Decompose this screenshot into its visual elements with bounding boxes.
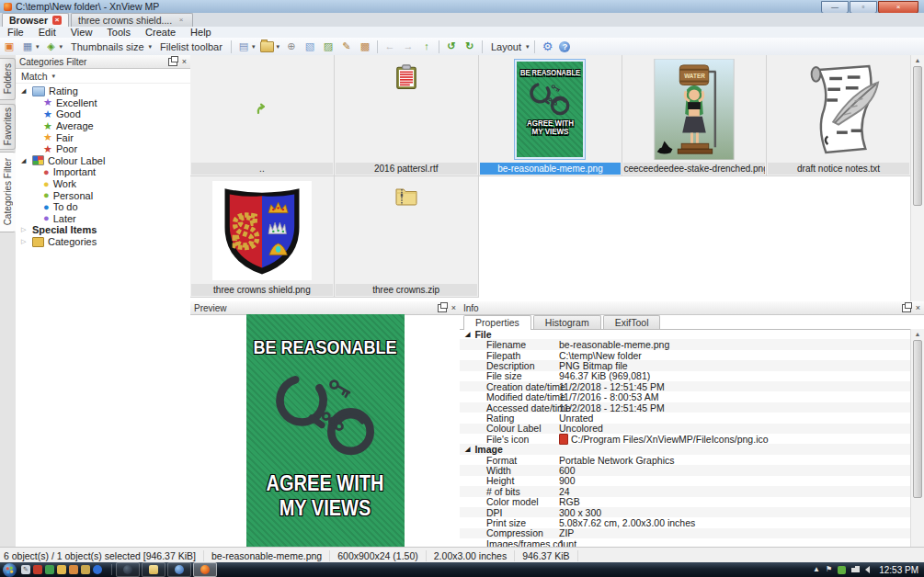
section-file[interactable]: ◢File <box>460 329 911 339</box>
scrollbar-thumb[interactable] <box>913 340 922 498</box>
property-row: Print size5.08x7.62 cm, 2.00x3.00 inches <box>460 517 911 527</box>
menu-help[interactable]: Help <box>183 27 219 38</box>
menu-view[interactable]: View <box>63 27 100 38</box>
scroll-up-icon[interactable]: ▲ <box>911 55 924 66</box>
menu-edit[interactable]: Edit <box>31 27 63 38</box>
browser-quicklaunch-icon[interactable] <box>93 565 102 574</box>
volume-icon[interactable] <box>865 566 870 573</box>
folder-quicklaunch-icon[interactable] <box>57 565 66 574</box>
scrollbar-thumb[interactable] <box>913 66 922 206</box>
network-icon[interactable] <box>851 566 860 573</box>
close-panel-icon[interactable]: × <box>916 304 920 312</box>
info-scrollbar[interactable]: ▲ <box>910 329 924 547</box>
scroll-up-icon[interactable]: ▲ <box>911 329 924 340</box>
taskbar-app-1[interactable] <box>116 562 140 577</box>
tree-item-later[interactable]: ●Later <box>16 213 190 225</box>
tab-close-icon[interactable]: × <box>52 16 62 25</box>
file-cell-shield[interactable]: S <box>190 176 335 298</box>
panel-tab-favorites[interactable]: Favorites <box>0 104 16 150</box>
file-cell-meme-selected[interactable]: BE REASONABLE <box>479 55 623 176</box>
capture-button[interactable]: ▩ <box>357 40 373 54</box>
file-cell-txt[interactable]: draft notice notes.txt <box>767 55 911 176</box>
file-cell-zip[interactable]: three crowns.zip <box>335 176 479 298</box>
tree-item-good[interactable]: ★Good <box>16 108 190 120</box>
close-panel-icon[interactable]: × <box>451 304 456 312</box>
tree-item-categories[interactable]: ▷ Categories <box>16 236 190 248</box>
export-image-button[interactable]: ▨ <box>320 40 337 54</box>
tree-item-average[interactable]: ★Average <box>16 120 190 132</box>
taskbar-app-browser[interactable] <box>167 562 191 577</box>
tree-item-to-do[interactable]: ●To do <box>16 201 190 213</box>
tree-item-excellent[interactable]: ★Excellent <box>16 97 190 109</box>
quicklaunch-icon[interactable] <box>33 565 42 574</box>
view-mode-button[interactable]: ▦▾ <box>19 40 41 54</box>
tray-app-icon[interactable] <box>838 566 846 574</box>
panel-tab-categories-filter[interactable]: Categories Filter <box>0 152 16 232</box>
fullscreen-button[interactable]: ▣ <box>1 40 17 54</box>
file-cell-cartoon[interactable]: WATER ceeceedeed <box>622 55 767 176</box>
folder-history-button[interactable]: ▾ <box>258 40 281 54</box>
expand-icon[interactable]: ◢ <box>21 157 29 164</box>
menu-tools[interactable]: Tools <box>99 27 138 38</box>
file-cell-parent[interactable]: .. <box>190 55 335 176</box>
parent-folder-button[interactable]: ↑ <box>418 40 435 54</box>
close-button[interactable]: × <box>878 1 918 14</box>
browser-scrollbar[interactable]: ▲ <box>910 55 924 301</box>
close-panel-icon[interactable]: × <box>182 58 187 66</box>
thumbnail-options-button[interactable]: ▤▾ <box>235 40 257 54</box>
tab-exiftool[interactable]: ExifTool <box>603 315 661 329</box>
tree-item-important[interactable]: ●Important <box>16 166 190 178</box>
help-button[interactable]: ? <box>557 40 572 54</box>
tree-item-colour-label[interactable]: ◢ Colour Label <box>16 155 190 167</box>
edit-image-button[interactable]: ✎ <box>338 40 355 54</box>
match-dropdown[interactable]: Match ▾ <box>16 69 190 84</box>
tab-close-icon[interactable]: × <box>177 16 186 25</box>
forward-button[interactable]: → <box>400 40 416 54</box>
refresh-button[interactable]: ↺ <box>443 40 460 54</box>
tab-browser[interactable]: Browser × <box>2 13 69 27</box>
sort-button[interactable]: ◈▾ <box>43 40 65 54</box>
settings-button[interactable]: ⚙ <box>539 40 555 54</box>
panel-tab-folders[interactable]: Folders <box>0 58 16 100</box>
reload-thumbnails-button[interactable]: ↻ <box>462 40 478 54</box>
tree-item-rating[interactable]: ◢ Rating <box>16 85 190 97</box>
show-hidden-icons-button[interactable]: ▲ <box>813 566 820 573</box>
expand-icon[interactable]: ◢ <box>465 331 470 338</box>
file-cell-rtf[interactable]: 2016 pattersl.rtf <box>335 55 479 176</box>
start-button[interactable] <box>3 563 17 577</box>
tree-item-poor[interactable]: ★Poor <box>16 143 190 155</box>
float-panel-icon[interactable] <box>902 304 911 312</box>
taskbar-app-xnview[interactable] <box>193 562 217 577</box>
minimize-button[interactable]: — <box>821 1 849 14</box>
menu-create[interactable]: Create <box>138 27 183 38</box>
tab-histogram[interactable]: Histogram <box>533 315 601 329</box>
expand-icon[interactable]: ▷ <box>21 238 29 245</box>
section-image[interactable]: ◢Image <box>460 444 911 454</box>
filelist-toolbar-button[interactable]: Filelist toolbar <box>155 40 227 54</box>
tab-properties[interactable]: Properties <box>463 315 531 330</box>
folder-quicklaunch-icon[interactable] <box>45 565 54 574</box>
taskbar-clock[interactable]: 12:53 PM <box>875 565 918 575</box>
tab-three-crowns-shield[interactable]: three crowns shield.... × <box>71 13 193 27</box>
thumbnails-size-button[interactable]: Thumbnails size▾ <box>66 40 154 54</box>
restore-button[interactable]: ▫ <box>850 1 877 14</box>
expand-icon[interactable]: ▷ <box>21 226 29 233</box>
action-center-flag-icon[interactable]: ⚑ <box>826 566 832 573</box>
folder-quicklaunch-icon[interactable] <box>81 565 90 574</box>
show-image-button[interactable]: ▧ <box>302 40 318 54</box>
taskbar-app-explorer[interactable] <box>142 562 165 577</box>
tree-item-special-items[interactable]: ▷ Special Items <box>16 224 190 236</box>
picture-quicklaunch-icon[interactable] <box>69 565 78 574</box>
layout-button[interactable]: Layout▾ <box>486 40 531 54</box>
tree-item-fair[interactable]: ★Fair <box>16 131 190 143</box>
expand-icon[interactable]: ◢ <box>21 87 29 95</box>
tag-button[interactable]: ⊕ <box>283 40 300 54</box>
tree-item-personal[interactable]: ●Personal <box>16 189 190 201</box>
menu-file[interactable]: File <box>0 27 31 38</box>
tree-item-work[interactable]: ●Work <box>16 178 190 190</box>
float-panel-icon[interactable] <box>168 58 177 66</box>
float-panel-icon[interactable] <box>438 304 447 312</box>
back-button[interactable]: ← <box>382 40 398 54</box>
notepad-quicklaunch-icon[interactable]: ✎ <box>21 565 30 574</box>
expand-icon[interactable]: ◢ <box>465 446 470 453</box>
